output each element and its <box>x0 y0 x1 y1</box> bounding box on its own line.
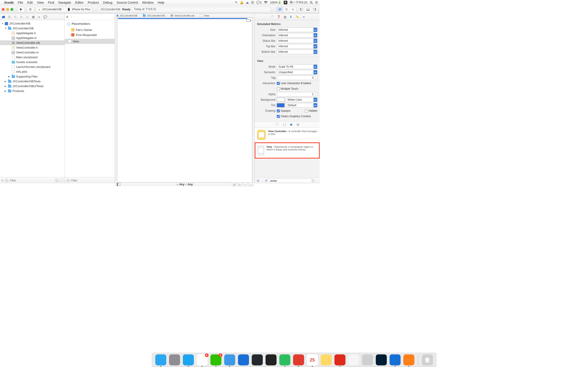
minimize-window[interactable] <box>6 8 9 11</box>
outline-filter[interactable] <box>71 179 113 182</box>
editor-mode-selector[interactable] <box>277 7 296 12</box>
nav-forward-icon[interactable]: 〉 <box>73 15 76 19</box>
menu-editor[interactable]: Editor <box>75 1 84 4</box>
object-library-tab[interactable]: ◉ <box>290 123 292 126</box>
tree-supporting[interactable]: ▶Supporting Files <box>0 74 65 79</box>
statusbar-select[interactable]: Inferred▴▾ <box>277 39 317 43</box>
file-inspector-tab[interactable]: 📄 <box>270 15 274 19</box>
file-template-library-tab[interactable]: 📄 <box>275 123 279 126</box>
menu-find[interactable]: Find <box>48 1 54 4</box>
scheme-selector[interactable]: ▲ JXControllerXIB 〉 📱 iPhone 6s Plus <box>36 7 92 12</box>
menu-view[interactable]: View <box>37 1 44 4</box>
resolve-tool[interactable]: △ <box>249 182 253 186</box>
background-colorwell[interactable] <box>277 98 285 102</box>
clock[interactable]: 周一下午9:15 <box>290 0 307 5</box>
menu-source-control[interactable]: Source Control <box>116 1 138 4</box>
tree-tests[interactable]: ▶JXControllerXIBTests <box>0 79 65 84</box>
tree-infoplist[interactable]: Info.plist <box>0 69 65 74</box>
library-tabs[interactable]: 📄 { } ◉ ▧ <box>255 122 320 127</box>
tint-colorwell[interactable] <box>277 103 285 107</box>
wechat-menubar-icon[interactable]: 💬1 <box>256 1 262 4</box>
bottombar-select[interactable]: Inferred▴▾ <box>277 50 317 54</box>
related-items-icon[interactable]: ⊞ <box>66 15 68 18</box>
assistant-editor[interactable] <box>283 7 290 12</box>
cloud-icon[interactable]: ☁ <box>246 1 249 4</box>
standard-editor[interactable] <box>277 7 283 12</box>
debug-navigator-tab[interactable]: ▦ <box>31 15 35 19</box>
size-select[interactable]: Inferred▴▾ <box>277 27 317 32</box>
uie-checkbox[interactable] <box>277 82 280 85</box>
menu-edit[interactable]: Edit <box>27 1 33 4</box>
sogou-icon[interactable]: S <box>284 1 287 4</box>
tag-input[interactable]: 0▴▾ <box>277 75 317 80</box>
canvas-jumpbar[interactable]: ▣JXControllerXIB〉 JXControllerXIB〉 ViewC… <box>115 14 254 17</box>
find-navigator-tab[interactable] <box>13 15 17 19</box>
toggle-utilities[interactable] <box>311 7 318 12</box>
clear-filter-icon[interactable]: ⓧ <box>311 179 314 183</box>
connections-inspector-tab[interactable]: ➜ <box>302 15 305 19</box>
stack-tool[interactable]: ▥ <box>232 182 236 186</box>
project-navigator-tab[interactable] <box>1 15 6 19</box>
wifi-icon[interactable] <box>264 1 268 4</box>
identity-inspector-tab[interactable]: ▦ <box>284 15 286 19</box>
tree-appdelegate-h[interactable]: hAppDelegate.h <box>0 31 65 35</box>
hidden-checkbox[interactable] <box>305 109 308 112</box>
qq-menubar-icon[interactable]: Ⓠ <box>251 0 254 5</box>
menu-help[interactable]: Help <box>158 1 164 4</box>
scm-filter-button[interactable]: ◷ <box>55 179 59 182</box>
mode-select[interactable]: Scale To Fill▴▾ <box>277 65 317 69</box>
semantic-select[interactable]: Unspecified▴▾ <box>277 70 317 75</box>
report-navigator-tab[interactable]: 💬 <box>43 15 47 19</box>
stop-button[interactable] <box>27 7 34 12</box>
outline-view[interactable]: View <box>65 39 115 44</box>
code-snippet-library-tab[interactable]: { } <box>283 123 286 126</box>
zoom-window[interactable] <box>10 8 13 11</box>
menu-file[interactable]: File <box>18 1 23 4</box>
menu-window[interactable]: Window <box>142 1 154 4</box>
tree-launchscreen[interactable]: LaunchScreen.storyboard <box>0 65 65 69</box>
tree-appdelegate-m[interactable]: mAppDelegate.m <box>0 35 65 40</box>
toggle-debug-area[interactable] <box>305 7 311 12</box>
size-w-value[interactable]: Any <box>179 183 184 186</box>
outline-filter-icon[interactable]: ◷ <box>66 179 70 182</box>
canvas-view[interactable] <box>117 17 252 183</box>
toggle-outline-icon[interactable] <box>117 183 120 186</box>
evernote-menubar-icon[interactable]: ✎ <box>235 1 237 4</box>
topbar-select[interactable]: Inferred▴▾ <box>277 44 317 49</box>
notification-icon[interactable]: 🔔 <box>240 1 243 4</box>
nav-back-icon[interactable]: 〈 <box>69 15 72 19</box>
breakpoint-navigator-tab[interactable]: ▸ <box>37 15 41 19</box>
project-tree[interactable]: ▼JXControllerXIB ▼JXControllerXIB hAppDe… <box>0 20 65 177</box>
menu-app[interactable]: Xcode <box>4 1 14 4</box>
outline-first-responder[interactable]: First Responder <box>65 32 115 37</box>
multitouch-checkbox[interactable] <box>277 87 280 90</box>
recent-filter-button[interactable]: ◷ <box>5 179 9 182</box>
battery-status[interactable]: 100% 🔋 <box>270 1 281 4</box>
tree-assets[interactable]: Assets.xcassets <box>0 60 65 65</box>
menu-debug[interactable]: Debug <box>103 1 112 4</box>
tree-viewcontroller-xib[interactable]: ViewController.xib <box>0 40 65 45</box>
tree-main-storyboard[interactable]: Main.storyboard <box>0 55 65 60</box>
tree-project[interactable]: ▼JXControllerXIB <box>0 21 65 26</box>
quickhelp-inspector-tab[interactable]: ❓ <box>277 15 280 19</box>
attributes-inspector-tab[interactable]: ⬇ <box>290 15 292 19</box>
version-editor[interactable] <box>290 7 296 12</box>
tree-uitests[interactable]: ▶JXControllerXIBUITests <box>0 84 65 89</box>
menu-navigate[interactable]: Navigate <box>58 1 71 4</box>
library-grid-toggle[interactable]: ⊞ <box>256 179 260 183</box>
size-class-bar[interactable]: w Any h Any ▥ ⊟ ⊢ △ <box>115 183 254 186</box>
outline-jumpbar[interactable]: ⊞ 〈 〉 <box>65 14 115 20</box>
pin-tool[interactable]: ⊢ <box>243 182 247 186</box>
spotlight-icon[interactable] <box>310 1 313 4</box>
opaque-checkbox[interactable] <box>277 109 280 112</box>
tree-products[interactable]: ▶Products <box>0 89 65 93</box>
alpha-input[interactable]: 1▴▾ <box>277 92 317 97</box>
orientation-select[interactable]: Inferred▴▾ <box>277 33 317 38</box>
library-item-view[interactable]: View - Represents a rectangular region i… <box>255 142 320 158</box>
close-window[interactable] <box>2 8 5 11</box>
tree-group[interactable]: ▼JXControllerXIB <box>0 26 65 31</box>
toggle-navigator[interactable] <box>298 7 305 12</box>
tree-viewcontroller-m[interactable]: mViewController.m <box>0 50 65 55</box>
tree-viewcontroller-h[interactable]: hViewController.h <box>0 45 65 50</box>
test-navigator-tab[interactable]: ◇ <box>25 15 29 19</box>
